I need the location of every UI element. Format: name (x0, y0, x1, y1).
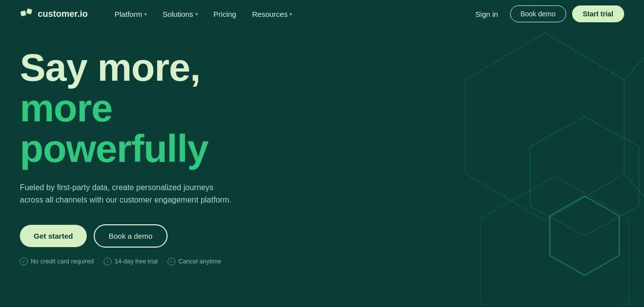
nav-links: Platform ▾ Solutions ▾ Pricing Resources… (108, 6, 469, 22)
logo-text: customer.io (38, 9, 88, 19)
get-started-button[interactable]: Get started (20, 225, 87, 247)
nav-pricing[interactable]: Pricing (207, 6, 243, 22)
badge-free-trial: ✓ 14-day free trial (104, 257, 158, 265)
nav-platform[interactable]: Platform ▾ (108, 6, 154, 22)
chevron-down-icon: ▾ (290, 11, 292, 17)
svg-line-7 (624, 174, 644, 196)
logo-icon (20, 7, 34, 21)
nav-right: Sign in Book demo Start trial (469, 5, 624, 22)
hero-headline-green: more powerfully (20, 88, 297, 169)
svg-rect-0 (20, 10, 26, 16)
svg-marker-2 (466, 33, 624, 221)
nav-solutions[interactable]: Solutions ▾ (156, 6, 205, 22)
badge-no-card: ✓ No credit card required (20, 257, 94, 265)
hero-text-block: Say more, more powerfully Fueled by firs… (20, 48, 297, 265)
navigation: customer.io Platform ▾ Solutions ▾ Prici… (0, 0, 644, 28)
svg-marker-4 (480, 176, 629, 305)
nav-book-demo-button[interactable]: Book demo (510, 5, 566, 22)
check-icon: ✓ (168, 257, 176, 265)
nav-resources[interactable]: Resources ▾ (245, 6, 299, 22)
hero-decoration (347, 28, 644, 305)
book-demo-button[interactable]: Book a demo (94, 224, 167, 248)
chevron-down-icon: ▾ (144, 11, 147, 17)
nav-start-trial-button[interactable]: Start trial (572, 5, 624, 22)
hero-badges: ✓ No credit card required ✓ 14-day free … (20, 257, 297, 265)
logo[interactable]: customer.io (20, 7, 88, 21)
chevron-down-icon: ▾ (195, 11, 198, 17)
hero-subtext: Fueled by first-party data, create perso… (20, 181, 233, 206)
svg-marker-5 (550, 196, 619, 275)
svg-marker-3 (530, 117, 639, 236)
hero-headline-white: Say more, (20, 48, 297, 88)
sign-in-link[interactable]: Sign in (469, 6, 504, 22)
hero-section: Say more, more powerfully Fueled by firs… (0, 28, 644, 307)
svg-rect-1 (26, 8, 32, 14)
svg-line-6 (624, 57, 644, 80)
check-icon: ✓ (20, 257, 28, 265)
badge-cancel-anytime: ✓ Cancel anytime (168, 257, 221, 265)
hero-buttons: Get started Book a demo (20, 224, 297, 248)
check-icon: ✓ (104, 257, 112, 265)
